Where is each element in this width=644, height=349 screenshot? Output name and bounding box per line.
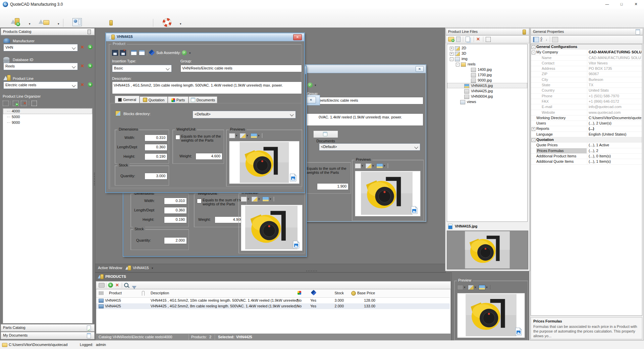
quantity-field[interactable]: 3.000 — [145, 173, 167, 180]
sort-az-icon[interactable]: AZ — [540, 37, 546, 42]
property-value[interactable]: (...), 1 Active — [587, 143, 641, 148]
property-value[interactable]: +1 (866) 646-0172 — [587, 99, 641, 104]
files-tree-item[interactable]: 9000.jpg — [447, 78, 527, 83]
description-field[interactable]: VHN4415 , 4G1.5mm2, 10m cable reeling le… — [112, 82, 302, 94]
property-value[interactable]: Burleson — [587, 77, 641, 82]
parts-catalog-bar[interactable]: Parts Catalog ✓ — [1, 324, 95, 332]
image-badge-icon[interactable] — [293, 241, 300, 249]
organizer-tree-item[interactable]: 9000 — [3, 120, 92, 126]
product-line-add-button[interactable]: + — [88, 82, 93, 87]
close-icon[interactable]: ✕ — [306, 97, 316, 103]
property-row[interactable]: ZIP 96067 — [531, 71, 642, 77]
active-window-value[interactable]: VHN4415 — [133, 266, 149, 270]
preview-2d-icon[interactable] — [457, 285, 463, 290]
product-line-delete-button[interactable]: ✕ — [80, 82, 84, 87]
sub-assembly-status-icon[interactable]: ✓ — [182, 50, 187, 55]
property-row[interactable]: E-mail info@quotecad.com — [531, 104, 642, 110]
tree-expander[interactable]: - — [456, 63, 460, 66]
files-tree-item[interactable]: VHN9004.jpg — [447, 94, 527, 99]
row-expander[interactable]: - — [532, 51, 535, 54]
property-row[interactable]: Prices Formulas (...), 2 — [531, 148, 642, 154]
property-row[interactable]: Address PO BOX 1735 — [531, 66, 642, 71]
property-row[interactable]: State TX — [531, 83, 642, 88]
product-dialog-titlebar[interactable]: VHN4415 ✕ — [106, 33, 304, 41]
table-row[interactable]: VHN4415 VHN4415 , 4G1.5mm2, 10m cable re… — [96, 298, 450, 303]
save-icon[interactable] — [112, 50, 118, 56]
tree-add-icon[interactable]: + — [13, 101, 19, 106]
row-expander[interactable]: - — [532, 45, 535, 49]
tree-delete-icon[interactable]: ✕ — [21, 101, 27, 106]
weight-field[interactable]: 1.900 — [317, 183, 348, 190]
property-row[interactable]: Contact Vitor Neves — [531, 61, 642, 66]
property-value[interactable]: (...), 2 — [587, 148, 641, 153]
property-row[interactable]: City Burleson — [531, 77, 642, 83]
sub-assembly-status-icon[interactable]: ✓ — [308, 83, 313, 88]
copy-icon[interactable] — [466, 37, 470, 42]
files-tree-item[interactable]: 1400.jpg — [447, 67, 527, 72]
image-badge-icon[interactable] — [515, 328, 522, 336]
manufacturer-delete-button[interactable]: ✕ — [80, 45, 84, 50]
weight-sum-checkbox[interactable] — [197, 199, 202, 203]
property-row[interactable]: - Quotation — [531, 137, 642, 143]
categorized-icon[interactable] — [533, 37, 539, 42]
image-badge-icon[interactable] — [290, 173, 297, 182]
property-row[interactable]: Working Directory C:\Users\Vitor\Documen… — [531, 115, 642, 121]
property-value[interactable]: CAD-MANUFACTURING SOLUT — [587, 50, 641, 55]
product-line-combo[interactable]: Electric cable reels — [3, 82, 78, 89]
save-close-icon[interactable]: ✕ — [120, 50, 126, 56]
property-grid[interactable]: - General Configurations - My Company CA… — [531, 44, 642, 316]
row-expander[interactable]: - — [532, 138, 535, 142]
property-value[interactable]: (...), 0 Item(s) — [587, 154, 641, 159]
property-row[interactable]: Country United Stats — [531, 88, 642, 93]
tree-icon[interactable] — [3, 101, 9, 106]
panel-splitter[interactable] — [94, 173, 95, 186]
weight-field[interactable]: 4.600 — [196, 153, 222, 160]
length-field[interactable]: 0.360 — [164, 207, 187, 214]
property-value[interactable]: +1 (501) 588-7970 — [587, 94, 641, 99]
close-icon[interactable]: ✕ — [416, 66, 424, 72]
rename-icon[interactable] — [32, 101, 37, 106]
files-tree-item[interactable]: VHN4415.jpg — [447, 83, 527, 88]
preview-image-icon[interactable] — [479, 285, 485, 290]
property-row[interactable]: Language English (United States) — [531, 132, 642, 137]
quantity-field[interactable]: 2.000 — [164, 237, 187, 244]
database-delete-button[interactable]: ✕ — [80, 63, 84, 68]
tab-parts[interactable]: Parts — [168, 96, 189, 103]
row-expander[interactable]: + — [532, 127, 535, 131]
organizer-tree-item[interactable]: 4000 — [3, 108, 92, 114]
list-view-icon[interactable] — [131, 50, 137, 55]
column-base-price[interactable]: Base Price — [357, 291, 375, 295]
property-row[interactable]: + Reports (...) — [531, 126, 642, 132]
group-field[interactable]: VHN/Reels/Electric cable reels — [306, 97, 423, 104]
product-line-files-header[interactable]: Product Line Files — [446, 28, 529, 35]
files-tree-item[interactable]: VHN4425.jpg — [447, 88, 527, 94]
preview-3d-icon[interactable] — [252, 197, 258, 202]
preview-3d-icon[interactable] — [240, 133, 246, 138]
tree-expander[interactable]: + — [450, 47, 453, 50]
manufacturer-combo[interactable]: VHN — [3, 44, 78, 51]
property-value[interactable]: English (United States) — [587, 132, 641, 137]
tab-quotation[interactable]: Quotation — [140, 96, 168, 103]
property-row[interactable]: - General Configurations — [531, 44, 642, 50]
delete-file-icon[interactable]: ✕ — [476, 37, 480, 42]
column-stock[interactable]: Stock — [328, 291, 344, 295]
maximize-button[interactable]: □ — [614, 0, 629, 8]
close-icon[interactable]: ✕ — [293, 34, 302, 40]
weight-sum-checkbox[interactable] — [175, 135, 180, 140]
property-row[interactable]: Additional Quote Items (...), 1 Item(s) — [531, 159, 642, 164]
organizer-tree-item[interactable]: 5000 — [3, 114, 92, 120]
open-dropdown-arrow[interactable]: ▾ — [58, 22, 59, 26]
property-row[interactable]: - My Company CAD-MANUFACTURING SOLUT — [531, 50, 642, 55]
preview-image-icon[interactable] — [376, 163, 383, 168]
property-value[interactable]: United Stats — [587, 88, 641, 93]
column-parts-icon[interactable] — [298, 291, 301, 295]
preview-2d-icon[interactable] — [241, 197, 247, 202]
add-product-icon[interactable]: + — [108, 283, 113, 288]
property-value[interactable]: C:\Users\Vitor\Documents\quotecad — [587, 115, 641, 120]
new-dropdown-arrow[interactable]: ▾ — [29, 22, 31, 26]
dropdown-arrow[interactable]: ▾ — [189, 51, 191, 55]
select-icon[interactable] — [486, 37, 491, 42]
preview-2d-icon[interactable] — [355, 163, 361, 168]
preview-3d-icon[interactable] — [468, 285, 474, 290]
horizontal-splitter[interactable] — [306, 270, 318, 271]
